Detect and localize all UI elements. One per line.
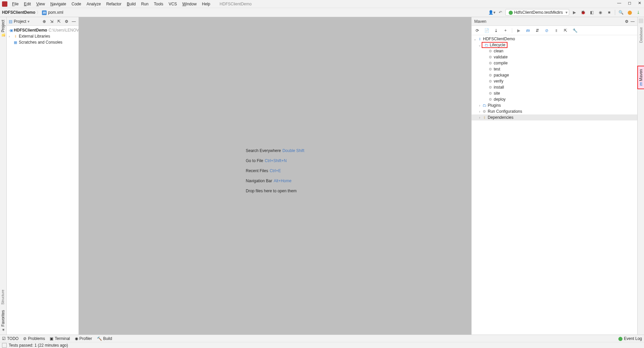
minimize-icon[interactable]: — bbox=[617, 1, 621, 5]
menu-code[interactable]: Code bbox=[69, 1, 84, 7]
maven-lifecycle-node[interactable]: ⌄ 🗀 Lifecycle bbox=[472, 42, 637, 48]
maven-tree[interactable]: ⌄ ⫴ HDFSClientDemo ⌄ 🗀 Lifecycle ⚙clean … bbox=[472, 35, 637, 121]
folder-icon: ▣ bbox=[10, 28, 13, 33]
menu-edit[interactable]: Edit bbox=[21, 1, 34, 7]
maven-toolbar: ⟳ 📄 ⤓ ＋ ▶ m ⇵ ⊘ ⫴ ⇱ 🔧 bbox=[472, 26, 637, 35]
menu-tools[interactable]: Tools bbox=[151, 1, 166, 7]
menu-run[interactable]: Run bbox=[139, 1, 151, 7]
folder-icon: 🗀 bbox=[482, 103, 487, 107]
maven-deps-node[interactable]: › ⫴ Dependencies bbox=[472, 114, 637, 120]
hide-icon[interactable]: — bbox=[631, 19, 635, 24]
download-icon[interactable]: ⤓ bbox=[493, 28, 499, 33]
gear-icon[interactable]: ⚙ bbox=[64, 19, 69, 24]
app-icon bbox=[2, 1, 7, 7]
breadcrumb: HDFSClientDemo 〉 mpom.xml bbox=[2, 10, 63, 15]
left-tab-project[interactable]: 📁 Project bbox=[0, 17, 6, 40]
menu-refactor[interactable]: Refactor bbox=[104, 1, 124, 7]
toggle-skip-tests-icon[interactable]: ⊘ bbox=[544, 28, 550, 33]
maven-header: Maven ⚙ — bbox=[472, 17, 637, 26]
show-deps-icon[interactable]: ⫴ bbox=[553, 28, 559, 33]
menu-window[interactable]: Window bbox=[179, 1, 199, 7]
maven-goal-test[interactable]: ⚙test bbox=[472, 66, 637, 72]
generate-sources-icon[interactable]: 📄 bbox=[484, 28, 490, 33]
maven-tool-window: Maven ⚙ — ⟳ 📄 ⤓ ＋ ▶ m ⇵ ⊘ ⫴ ⇱ 🔧 ⌄ ⫴ HDFS… bbox=[471, 17, 637, 335]
debug-icon[interactable]: 🐞 bbox=[579, 9, 587, 16]
stop-icon[interactable]: ■ bbox=[605, 9, 613, 16]
tab-problems[interactable]: ⊘Problems bbox=[23, 336, 45, 341]
tree-external-libs[interactable]: › ⫴ External Libraries bbox=[7, 33, 78, 39]
execute-goal-icon[interactable]: m bbox=[525, 28, 531, 33]
add-icon[interactable]: ＋ bbox=[502, 28, 508, 33]
reload-icon[interactable]: ⟳ bbox=[474, 28, 480, 33]
profile-icon[interactable]: ◉ bbox=[597, 9, 604, 16]
right-tab-maven[interactable]: m Maven bbox=[637, 66, 644, 89]
tab-event-log[interactable]: Event Log bbox=[624, 336, 642, 341]
expand-all-icon[interactable]: ⇲ bbox=[49, 19, 54, 24]
tab-terminal[interactable]: ▣Terminal bbox=[50, 336, 70, 341]
add-config-icon[interactable]: 👤▾ bbox=[488, 9, 495, 16]
ide-errors-icon[interactable]: ⬤ bbox=[626, 9, 633, 16]
tool-windows-toggle[interactable] bbox=[2, 343, 7, 348]
maven-goal-clean[interactable]: ⚙clean bbox=[472, 48, 637, 54]
folder-icon: 🗀 bbox=[484, 43, 489, 47]
status-text: Tests passed: 1 (22 minutes ago) bbox=[9, 343, 68, 348]
maven-goal-install[interactable]: ⚙install bbox=[472, 84, 637, 90]
right-gutter-square[interactable] bbox=[639, 18, 643, 23]
bottom-toolbar: ☑TODO ⊘Problems ▣Terminal ◉Profiler 🔨Bui… bbox=[0, 335, 644, 342]
maven-project-icon: ⫴ bbox=[477, 37, 482, 41]
menubar: File Edit View Navigate Code Analyze Ref… bbox=[0, 0, 644, 8]
maven-plugins-node[interactable]: › 🗀 Plugins bbox=[472, 102, 637, 108]
maven-goal-validate[interactable]: ⚙validate bbox=[472, 54, 637, 60]
maven-goal-site[interactable]: ⚙site bbox=[472, 90, 637, 96]
maven-goal-package[interactable]: ⚙package bbox=[472, 72, 637, 78]
run-config-selector[interactable]: ⬤ HdfsClientDemo.testMkdirs bbox=[505, 9, 569, 16]
gear-icon: ⚙ bbox=[488, 91, 493, 96]
run-icon[interactable]: ▶ bbox=[571, 9, 578, 16]
settings-icon[interactable]: 🔧 bbox=[572, 28, 578, 33]
menu-analyze[interactable]: Analyze bbox=[84, 1, 104, 7]
menu-vcs[interactable]: VCS bbox=[166, 1, 180, 7]
menu-file[interactable]: File bbox=[9, 1, 21, 7]
tab-build[interactable]: 🔨Build bbox=[97, 336, 112, 341]
gear-icon: ⚙ bbox=[488, 97, 493, 102]
coverage-icon[interactable]: ◧ bbox=[588, 9, 595, 16]
maven-project-node[interactable]: ⌄ ⫴ HDFSClientDemo bbox=[472, 36, 637, 42]
maximize-icon[interactable]: ◻ bbox=[628, 1, 631, 5]
gear-icon[interactable]: ⚙ bbox=[625, 19, 629, 24]
gear-icon: ⚙ bbox=[488, 85, 493, 90]
maven-goal-deploy[interactable]: ⚙deploy bbox=[472, 96, 637, 102]
update-icon[interactable]: ⤓ bbox=[635, 9, 642, 16]
maven-goal-compile[interactable]: ⚙compile bbox=[472, 60, 637, 66]
breadcrumb-file[interactable]: mpom.xml bbox=[42, 10, 63, 15]
editor-area[interactable]: Search Everywhere Double Shift Go to Fil… bbox=[79, 17, 471, 335]
left-tab-favorites[interactable]: ★ Favorites bbox=[0, 307, 6, 335]
left-tab-structure[interactable]: Structure bbox=[0, 287, 6, 307]
locate-icon[interactable]: ⊕ bbox=[42, 19, 47, 24]
search-icon[interactable]: 🔍 bbox=[617, 9, 625, 16]
left-gutter: 📁 Project Structure ★ Favorites bbox=[0, 17, 7, 335]
right-tab-database[interactable]: Database bbox=[638, 24, 644, 46]
gear-icon: ⚙ bbox=[488, 73, 493, 78]
maven-goal-verify[interactable]: ⚙verify bbox=[472, 78, 637, 84]
project-tree[interactable]: › ▣ HDFSClientDemo C:\Users\LENOVO › ⫴ E… bbox=[7, 26, 78, 47]
empty-editor-hints: Search Everywhere Double Shift Go to Fil… bbox=[246, 143, 305, 198]
back-icon[interactable]: ↶ bbox=[497, 9, 504, 16]
close-icon[interactable]: ✕ bbox=[638, 1, 641, 5]
menu-build[interactable]: Build bbox=[124, 1, 139, 7]
maven-runconfigs-node[interactable]: › ⚙ Run Configurations bbox=[472, 108, 637, 114]
tab-profiler[interactable]: ◉Profiler bbox=[75, 336, 92, 341]
tab-todo[interactable]: ☑TODO bbox=[2, 336, 18, 341]
gear-icon: ⚙ bbox=[488, 79, 493, 84]
hide-icon[interactable]: — bbox=[71, 19, 76, 24]
menu-help[interactable]: Help bbox=[199, 1, 213, 7]
project-view-selector[interactable]: ▤ Project bbox=[9, 19, 30, 24]
tree-project-root[interactable]: › ▣ HDFSClientDemo C:\Users\LENOVO bbox=[7, 27, 78, 33]
collapse-all-icon[interactable]: ⇱ bbox=[56, 19, 62, 24]
tree-scratches[interactable]: ▦ Scratches and Consoles bbox=[7, 39, 78, 45]
run-maven-icon[interactable]: ▶ bbox=[516, 28, 522, 33]
breadcrumb-root[interactable]: HDFSClientDemo bbox=[2, 10, 35, 15]
collapse-icon[interactable]: ⇱ bbox=[562, 28, 569, 33]
menu-view[interactable]: View bbox=[34, 1, 48, 7]
menu-navigate[interactable]: Navigate bbox=[48, 1, 69, 7]
toggle-offline-icon[interactable]: ⇵ bbox=[534, 28, 540, 33]
